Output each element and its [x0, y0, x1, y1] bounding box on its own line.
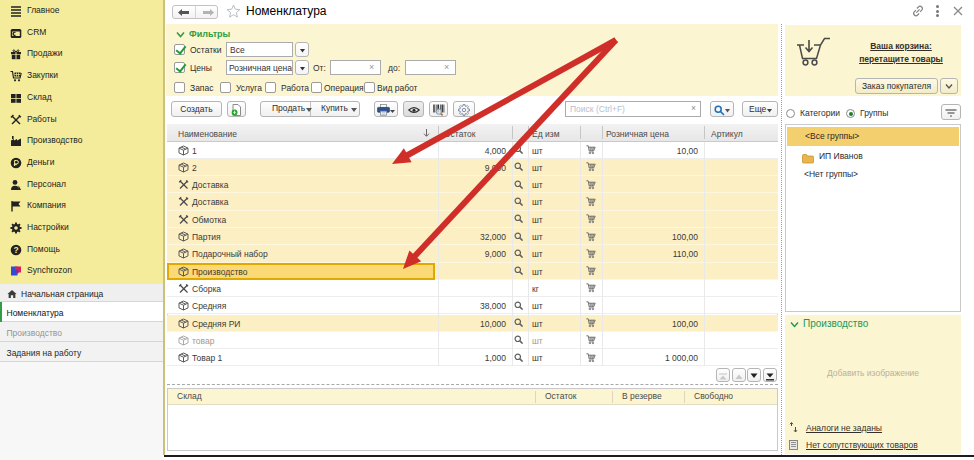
svg-text:?: ? — [13, 245, 18, 255]
